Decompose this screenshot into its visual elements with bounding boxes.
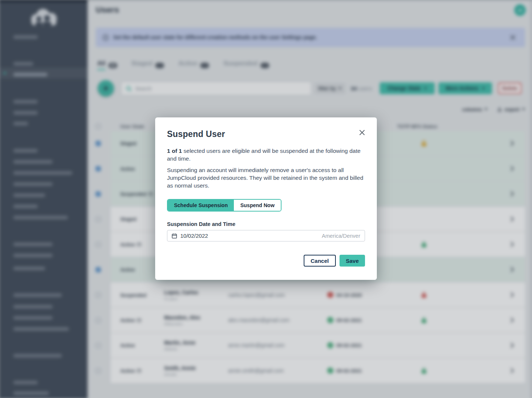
suspend-description: Suspending an account will immediately r… [167,166,365,189]
date-value: 10/02/2022 [180,233,208,239]
modal-close-icon[interactable] [359,130,365,135]
suspension-date-input[interactable]: 10/02/2022 America/Denver [167,230,365,241]
modal-title: Suspend User [167,129,365,139]
eligibility-text: 1 of 1 selected users are eligible and w… [167,147,365,162]
save-button[interactable]: Save [340,255,365,267]
app-window: Users JC Set the default user state for … [0,0,532,398]
schedule-suspension-tab[interactable]: Schedule Suspension [168,200,234,211]
date-field-label: Suspension Date and Time [167,221,365,227]
timezone-label: America/Denver [322,233,360,239]
calendar-icon [172,233,177,239]
suspend-user-modal: Suspend User 1 of 1 selected users are e… [155,117,377,280]
suspension-mode-toggle: Schedule Suspension Suspend Now [167,199,282,212]
suspend-now-tab[interactable]: Suspend Now [234,200,281,211]
cancel-button[interactable]: Cancel [304,255,336,267]
modal-footer: Cancel Save [167,255,365,267]
